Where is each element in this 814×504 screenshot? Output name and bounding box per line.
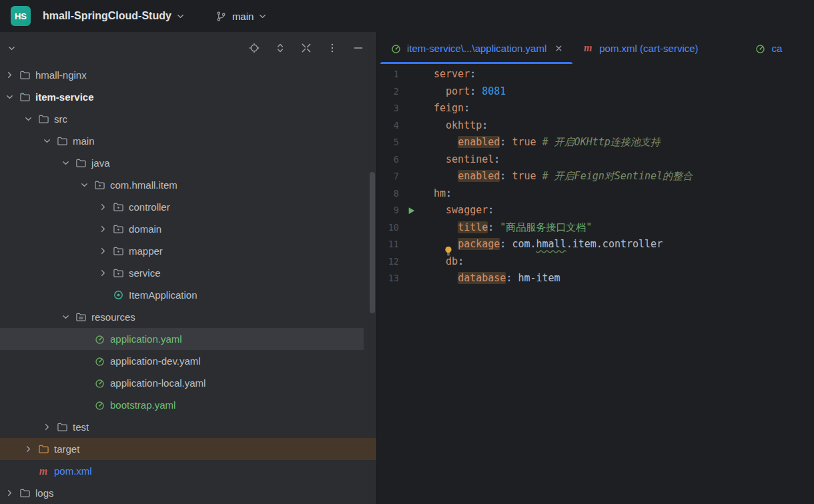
chevron-down-icon[interactable] [56,313,75,321]
tree-row-hmall-nginx[interactable]: hmall-nginx [0,64,376,86]
tree-row-application-dev-yaml[interactable]: application-dev.yaml [0,350,376,372]
line-number[interactable]: 8 [377,185,399,203]
line-number[interactable]: 9 [377,202,399,219]
code-text: package: com.hmall.item.controller [419,236,663,253]
folder-icon [75,157,87,169]
line-number[interactable]: 10 [377,219,399,237]
gutter-spacer [403,117,419,135]
tree-item-label: mapper [129,245,163,257]
chevron-right-icon[interactable] [0,71,19,79]
tree-item-label: resources [91,311,135,323]
tree-row-application-local-yaml[interactable]: application-local.yaml [0,372,376,394]
line-number[interactable]: 2 [377,83,399,101]
code-token: "商品服务接口文档" [500,221,592,233]
locate-target-icon[interactable] [248,42,260,54]
chevron-down-icon[interactable] [5,42,17,54]
project-selector[interactable]: hmall-SpringCloud-Study [39,7,189,25]
tree-row-logs[interactable]: logs [0,482,376,504]
chevron-down-icon[interactable] [37,137,56,145]
ide-window: HS hmall-SpringCloud-Study main hmall-ng… [0,0,814,504]
tab-ca[interactable]: ca [745,32,792,64]
tree-row-src[interactable]: src [0,108,376,130]
run-icon[interactable] [403,202,419,219]
code-token: server [434,68,470,80]
app-logo[interactable]: HS [11,6,31,26]
tree-row-itemapplication[interactable]: ItemApplication [0,284,376,306]
branch-selector[interactable]: main [212,7,272,25]
tree-row-com-hmall-item[interactable]: com.hmall.item [0,174,376,196]
close-icon[interactable] [554,44,563,53]
line-number[interactable]: 5 [377,134,399,151]
hide-panel-icon[interactable] [352,42,364,54]
expand-all-icon[interactable] [274,42,286,54]
tree-row-service[interactable]: service [0,262,376,284]
tree-row-java[interactable]: java [0,152,376,174]
code-token [434,221,458,233]
chevron-down-icon[interactable] [19,115,37,123]
code-editor[interactable]: 1server:2 port: 80813feign:4 okhttp:5 en… [377,64,814,504]
chevron-down-icon[interactable] [0,93,19,101]
line-number[interactable]: 7 [377,168,399,185]
collapse-all-icon[interactable] [300,42,312,54]
tree-row-target[interactable]: target [0,438,376,460]
tree-row-test[interactable]: test [0,416,376,438]
tree-scrollbar[interactable] [370,172,375,313]
line-number[interactable]: 3 [377,100,399,117]
package-icon [93,179,105,191]
tree-row-main[interactable]: main [0,130,376,152]
tree-row-item-service[interactable]: item-service [0,86,376,108]
code-text: server: [419,66,476,83]
class-spring-icon [112,289,124,301]
chevron-right-icon[interactable] [0,489,19,497]
gutter-spacer [403,236,419,253]
tab-pom-xml-cart-service[interactable]: mpom.xml (cart-service) [572,32,707,64]
code-line: 13 database: hm-item [377,270,814,287]
tree-row-application-yaml[interactable]: application.yaml [0,328,364,350]
tree-row-mapper[interactable]: mapper [0,240,376,262]
chevron-right-icon[interactable] [93,247,112,255]
chevron-right-icon[interactable] [93,269,112,277]
chevron-down-icon [258,12,267,21]
code-text: port: 8081 [419,83,506,101]
code-token: : [458,255,464,267]
package-icon [112,267,124,279]
chevron-right-icon[interactable] [19,445,37,453]
tree-row-resources[interactable]: resources [0,306,376,328]
tree-row-controller[interactable]: controller [0,196,376,218]
tree-row-bootstrap-yaml[interactable]: bootstrap.yaml [0,394,376,416]
tree-item-label: service [129,267,161,279]
chevron-right-icon[interactable] [93,203,112,211]
tree-item-label: ItemApplication [129,289,197,301]
code-token: : [464,102,470,114]
intention-bulb-icon[interactable] [443,245,454,256]
tree-item-label: domain [129,223,161,235]
tree-item-label: target [54,443,79,455]
line-number[interactable]: 1 [377,66,399,83]
logo-text: HS [15,11,27,21]
code-token [434,255,446,267]
line-number[interactable]: 11 [377,236,399,253]
line-number[interactable]: 6 [377,151,399,169]
line-number[interactable]: 4 [377,117,399,135]
code-line: 9 swagger: [377,202,814,219]
chevron-down-icon[interactable] [56,159,75,167]
code-token: okhttp [446,119,482,131]
code-text: enabled: true # 开启OKHttp连接池支持 [419,134,661,151]
tree-item-label: com.hmall.item [110,179,177,191]
code-text: feign: [419,100,470,117]
toolbar-actions [248,42,364,54]
code-token: : [488,221,500,233]
code-line: 4 okhttp: [377,117,814,135]
tab-label: ca [772,43,783,54]
tree-row-domain[interactable]: domain [0,218,376,240]
chevron-down-icon [176,12,185,21]
chevron-right-icon[interactable] [93,225,112,233]
line-number[interactable]: 13 [377,270,399,287]
line-number[interactable]: 12 [377,253,399,271]
chevron-down-icon[interactable] [75,181,93,189]
tab-item-service-application-yaml[interactable]: item-service\...\application.yaml [380,32,572,64]
tree-row-pom-xml[interactable]: mpom.xml [0,460,376,482]
chevron-right-icon[interactable] [37,423,56,431]
tree-item-label: logs [35,487,54,499]
more-options-icon[interactable] [326,42,338,54]
